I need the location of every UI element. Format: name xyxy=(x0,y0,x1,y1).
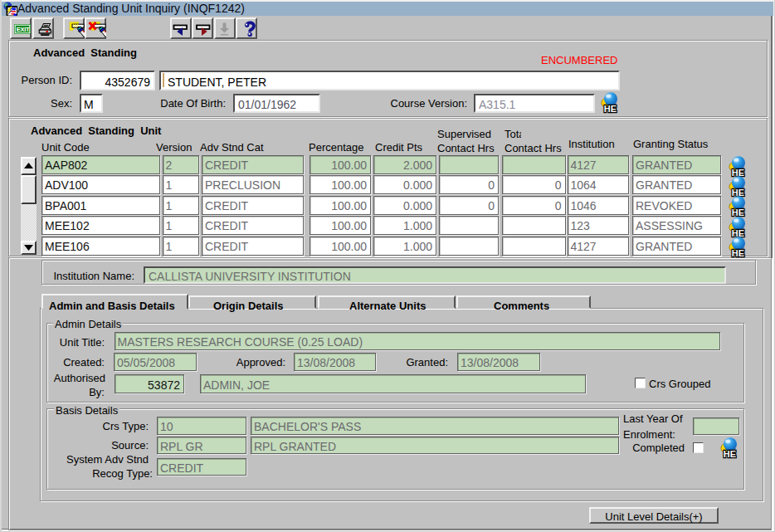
svg-text:EXIT: EXIT xyxy=(17,26,30,33)
